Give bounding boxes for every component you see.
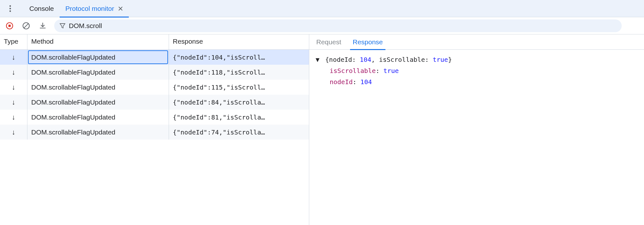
tab-label: Console [29,5,54,12]
toolbar [0,17,644,34]
svg-point-2 [10,10,11,12]
tab-label: Protocol monitor [65,5,114,12]
tab-bar: Console Protocol monitor [0,0,644,17]
sep: , isScrollable: [371,56,433,63]
tab-request[interactable]: Request [315,34,342,50]
col-method[interactable]: Method [27,34,169,49]
table-row[interactable]: ↓DOM.scrollableFlagUpdated{"nodeId":118,… [0,65,309,80]
kebab-menu-icon[interactable] [4,3,16,14]
download-icon[interactable] [38,21,48,31]
val-isscrollable: true [384,67,399,75]
json-view: ▼ {nodeId: 104, isScrollable: true} isSc… [309,50,644,92]
type-arrow-icon: ↓ [0,50,27,65]
response-cell: {"nodeId":118,"isScroll… [169,65,309,80]
table-body: ↓DOM.scrollableFlagUpdated{"nodeId":104,… [0,50,309,225]
brace: } [448,56,452,63]
protocol-table: Type Method Response ↓DOM.scrollableFlag… [0,34,309,225]
method-cell: DOM.scrollableFlagUpdated [27,50,169,65]
svg-line-6 [24,24,28,28]
json-prop: nodeId: 104 [316,76,638,88]
chevron-down-icon[interactable]: ▼ [316,54,321,65]
tab-console[interactable]: Console [24,0,60,17]
table-header: Type Method Response [0,34,309,50]
response-cell: {"nodeId":115,"isScroll… [169,80,309,95]
type-arrow-icon: ↓ [0,95,27,110]
table-row[interactable]: ↓DOM.scrollableFlagUpdated{"nodeId":74,"… [0,125,309,140]
filter-icon [59,23,66,29]
key-isscrollable: isScrollable [330,67,376,75]
filter-field[interactable] [54,19,622,32]
response-cell: {"nodeId":104,"isScroll… [169,50,309,65]
main: Type Method Response ↓DOM.scrollableFlag… [0,34,644,225]
type-arrow-icon: ↓ [0,110,27,125]
col-type[interactable]: Type [0,34,27,49]
method-cell: DOM.scrollableFlagUpdated [27,110,169,125]
close-icon[interactable] [118,6,123,11]
brace: {nodeId: [325,56,360,63]
method-cell: DOM.scrollableFlagUpdated [27,95,169,110]
table-row[interactable]: ↓DOM.scrollableFlagUpdated{"nodeId":84,"… [0,95,309,110]
table-row[interactable]: ↓DOM.scrollableFlagUpdated{"nodeId":104,… [0,50,309,65]
svg-point-0 [10,5,11,7]
panel-tabs: Request Response [309,34,644,50]
key-nodeid: nodeId [330,78,353,86]
response-cell: {"nodeId":81,"isScrolla… [169,110,309,125]
svg-point-1 [10,8,11,9]
tab-protocol-monitor[interactable]: Protocol monitor [60,0,129,17]
filter-input[interactable] [69,22,617,30]
response-cell: {"nodeId":74,"isScrolla… [169,125,309,140]
type-arrow-icon: ↓ [0,65,27,80]
type-arrow-icon: ↓ [0,80,27,95]
method-cell: DOM.scrollableFlagUpdated [27,125,169,140]
record-icon[interactable] [4,21,15,31]
method-cell: DOM.scrollableFlagUpdated [27,65,169,80]
nodeid-value: 104 [360,56,371,63]
table-row[interactable]: ↓DOM.scrollableFlagUpdated{"nodeId":81,"… [0,110,309,125]
svg-rect-4 [9,25,11,27]
response-cell: {"nodeId":84,"isScrolla… [169,95,309,110]
json-prop: isScrollable: true [316,65,638,76]
detail-panel: Request Response ▼ {nodeId: 104, isScrol… [309,34,644,225]
isscrollable-value: true [433,56,448,63]
type-arrow-icon: ↓ [0,125,27,140]
col-response[interactable]: Response [169,34,309,49]
clear-icon[interactable] [21,21,31,31]
method-cell: DOM.scrollableFlagUpdated [27,80,169,95]
val-nodeid: 104 [360,78,372,86]
json-root[interactable]: ▼ {nodeId: 104, isScrollable: true} [316,54,638,65]
tab-response[interactable]: Response [351,34,384,50]
table-row[interactable]: ↓DOM.scrollableFlagUpdated{"nodeId":115,… [0,80,309,95]
